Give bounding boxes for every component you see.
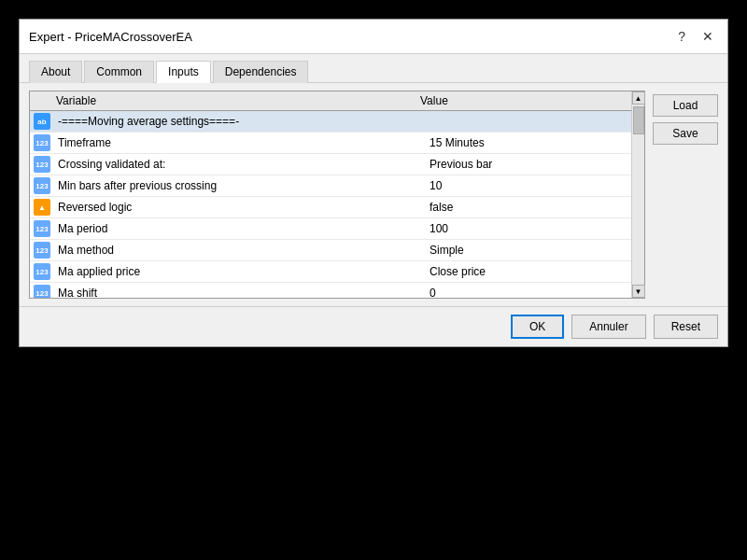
col-variable-header: Variable (56, 94, 420, 107)
scroll-thumb[interactable] (633, 106, 644, 134)
table-row[interactable]: 123 Timeframe 15 Minutes (30, 133, 631, 154)
icon-123: 123 (34, 285, 50, 298)
icon-123: 123 (34, 263, 50, 280)
tab-inputs[interactable]: Inputs (156, 61, 211, 83)
table-row[interactable]: 123 Crossing validated at: Previous bar (30, 154, 631, 175)
close-button[interactable]: ✕ (698, 27, 718, 46)
title-bar-controls: ? ✕ (673, 27, 718, 46)
row-value: 10 (426, 177, 631, 194)
table-row[interactable]: 123 Min bars after previous crossing 10 (30, 175, 631, 197)
window-title: Expert - PriceMACrossoverEA (29, 30, 192, 44)
scrollbar[interactable]: ▲ ▼ (631, 91, 644, 298)
load-button[interactable]: Load (653, 94, 718, 117)
row-variable: Reversed logic (54, 199, 426, 216)
save-button[interactable]: Save (653, 122, 718, 145)
row-value: Close price (426, 263, 631, 280)
table-area: Variable Value ab -====Moving average se… (29, 91, 718, 299)
row-variable: Ma period (54, 220, 426, 237)
row-value: false (426, 199, 631, 216)
table-row[interactable]: 123 Ma method Simple (30, 240, 631, 261)
main-window: Expert - PriceMACrossoverEA ? ✕ About Co… (19, 19, 728, 347)
help-button[interactable]: ? (673, 27, 690, 46)
row-variable: Crossing validated at: (54, 156, 426, 173)
icon-123: 123 (34, 134, 50, 151)
tab-about[interactable]: About (29, 61, 82, 83)
tab-common[interactable]: Common (84, 61, 154, 83)
row-variable: Ma applied price (54, 263, 426, 280)
content-area: Variable Value ab -====Moving average se… (20, 83, 727, 306)
table-body: ab -====Moving average settings====- 123… (30, 111, 631, 298)
row-variable: Min bars after previous crossing (54, 177, 426, 194)
icon-123: 123 (34, 177, 50, 194)
row-value: 100 (426, 220, 631, 237)
icon-123: 123 (34, 220, 50, 237)
bottom-bar: OK Annuler Reset (20, 306, 727, 346)
scroll-up-button[interactable]: ▲ (632, 91, 645, 105)
row-variable: Ma shift (54, 285, 426, 298)
row-value: 15 Minutes (426, 134, 631, 151)
table-row[interactable]: 123 Ma period 100 (30, 218, 631, 240)
icon-ab: ab (34, 113, 50, 130)
tab-bar: About Common Inputs Dependencies (20, 54, 727, 83)
icon-123: 123 (34, 242, 50, 259)
icon-123: 123 (34, 156, 50, 173)
row-value: Simple (426, 242, 631, 259)
row-variable: -====Moving average settings====- (54, 113, 426, 130)
row-value: Previous bar (426, 156, 631, 173)
side-buttons: Load Save (653, 91, 718, 299)
row-variable: Ma method (54, 242, 426, 259)
row-value (426, 119, 631, 123)
table-row[interactable]: 123 Ma applied price Close price (30, 261, 631, 283)
parameter-table: Variable Value ab -====Moving average se… (29, 91, 645, 299)
table-inner: Variable Value ab -====Moving average se… (30, 91, 631, 298)
col-value-header: Value (420, 94, 626, 107)
table-row[interactable]: 123 Ma shift 0 (30, 283, 631, 298)
title-bar: Expert - PriceMACrossoverEA ? ✕ (20, 20, 727, 54)
tab-dependencies[interactable]: Dependencies (213, 61, 309, 83)
scroll-down-button[interactable]: ▼ (632, 285, 645, 298)
ok-button[interactable]: OK (511, 315, 564, 339)
reset-button[interactable]: Reset (654, 315, 718, 339)
row-variable: Timeframe (54, 134, 426, 151)
table-row[interactable]: ab -====Moving average settings====- (30, 111, 631, 133)
table-header: Variable Value (30, 91, 631, 111)
annuler-button[interactable]: Annuler (571, 315, 645, 339)
row-value: 0 (426, 285, 631, 298)
table-row[interactable]: ▲ Reversed logic false (30, 197, 631, 218)
icon-bool: ▲ (34, 199, 50, 216)
